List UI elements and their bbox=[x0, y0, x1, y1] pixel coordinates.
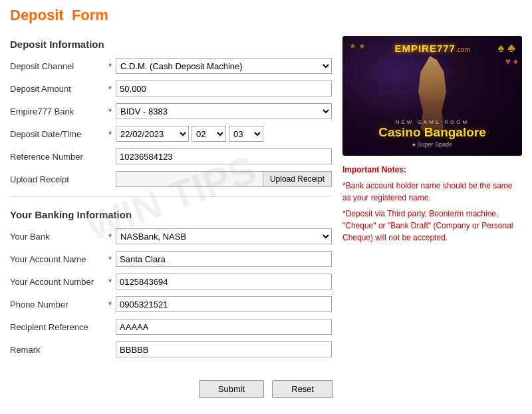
deposit-info-title: Deposit Information bbox=[10, 39, 332, 50]
deposit-amount-input[interactable] bbox=[116, 81, 332, 97]
deposit-channel-group: Deposit Channel * C.D.M. (Cash Deposit M… bbox=[10, 58, 332, 74]
casino-banner: ♠ ♣ ♥ ♦ ★ ★ EMPIRE777.com NEW GAME ROOM … bbox=[342, 36, 522, 156]
remark-input[interactable] bbox=[116, 341, 332, 357]
phone-number-label: Phone Number bbox=[10, 300, 108, 310]
required-star-bank: * bbox=[108, 106, 112, 116]
empire-bank-group: Empire777 Bank * BIDV - 8383 VCB - 1234 … bbox=[10, 103, 332, 119]
super-spade-text: ♠ Super Spade bbox=[378, 141, 486, 148]
required-star-your-bank: * bbox=[108, 232, 112, 242]
upload-receipt-button[interactable]: Upload Receipt bbox=[263, 171, 332, 187]
deposit-amount-label: Deposit Amount bbox=[10, 84, 108, 94]
account-name-label: Your Account Name bbox=[10, 254, 108, 264]
deposit-channel-select[interactable]: C.D.M. (Cash Deposit Machine) Bank Trans… bbox=[116, 58, 332, 74]
title-orange: Form bbox=[72, 7, 108, 23]
reset-button[interactable]: Reset bbox=[272, 380, 333, 398]
required-star-acname: * bbox=[108, 254, 112, 264]
phone-number-input[interactable] bbox=[116, 296, 332, 312]
upload-receipt-group: Upload Receipt * Upload Receipt bbox=[10, 171, 332, 187]
recipient-reference-input[interactable] bbox=[116, 319, 332, 335]
account-name-group: Your Account Name * bbox=[10, 251, 332, 267]
deposit-date-select[interactable]: 22/02/2023 bbox=[116, 126, 189, 142]
empire-bank-label: Empire777 Bank bbox=[10, 106, 108, 116]
empire-com: .com bbox=[456, 46, 470, 53]
title-black: Deposit bbox=[10, 7, 64, 23]
page-title: Deposit Form bbox=[10, 7, 522, 24]
required-star-datetime: * bbox=[108, 129, 112, 139]
required-star-phone: * bbox=[108, 300, 112, 310]
submit-button[interactable]: Submit bbox=[199, 380, 264, 398]
deposit-datetime-label: Deposit Date/Time bbox=[10, 129, 108, 139]
required-star-acnum: * bbox=[108, 277, 112, 287]
banking-info-title: Your Banking Information bbox=[10, 209, 332, 220]
account-number-input[interactable] bbox=[116, 274, 332, 290]
your-bank-group: Your Bank * NASBank, NASB VCB ACB BIDV bbox=[10, 228, 332, 244]
important-notes: Important Notes: *Bank account holder na… bbox=[342, 165, 522, 244]
required-star-channel: * bbox=[108, 61, 112, 71]
account-name-input[interactable] bbox=[116, 251, 332, 267]
reference-number-input[interactable] bbox=[116, 148, 332, 164]
banking-info-section: Your Banking Information Your Bank * NAS… bbox=[10, 209, 332, 357]
reference-number-group: Reference Number * bbox=[10, 148, 332, 164]
empire-logo: EMPIRE777 bbox=[394, 43, 456, 54]
your-bank-select[interactable]: NASBank, NASB VCB ACB BIDV bbox=[116, 228, 332, 244]
deposit-channel-label: Deposit Channel bbox=[10, 61, 108, 71]
required-star-amount: * bbox=[108, 84, 112, 94]
deposit-hour-select[interactable]: 02 0001030405060708091011121314151617181… bbox=[192, 126, 226, 142]
deposit-amount-group: Deposit Amount * bbox=[10, 81, 332, 97]
deposit-datetime-group: Deposit Date/Time * 22/02/2023 02 000103… bbox=[10, 126, 332, 142]
right-panel: ♠ ♣ ♥ ♦ ★ ★ EMPIRE777.com NEW GAME ROOM … bbox=[342, 36, 522, 364]
empire-bank-select[interactable]: BIDV - 8383 VCB - 1234 ACB - 5678 bbox=[116, 103, 332, 119]
recipient-reference-label: Recipient Reference bbox=[10, 322, 108, 332]
account-number-group: Your Account Number * bbox=[10, 274, 332, 290]
phone-number-group: Phone Number * bbox=[10, 296, 332, 312]
important-note-1: *Bank account holder name should be the … bbox=[342, 180, 522, 204]
form-buttons: Submit Reset bbox=[10, 380, 522, 398]
remark-group: Remark * bbox=[10, 341, 332, 357]
deposit-minute-select[interactable]: 03 0001020405060708091011121314151617181… bbox=[229, 126, 263, 142]
upload-file-input[interactable] bbox=[116, 171, 263, 187]
important-notes-title: Important Notes: bbox=[342, 165, 522, 174]
your-bank-label: Your Bank bbox=[10, 232, 108, 242]
reference-number-label: Reference Number bbox=[10, 152, 108, 162]
important-note-2: *Deposit via Third party, Boonterm machi… bbox=[342, 208, 522, 244]
upload-receipt-label: Upload Receipt bbox=[10, 174, 108, 184]
remark-label: Remark bbox=[10, 345, 108, 355]
casino-bangalore-text: Casino Bangalore bbox=[378, 125, 486, 140]
account-number-label: Your Account Number bbox=[10, 277, 108, 287]
new-game-room-text: NEW GAME ROOM bbox=[378, 119, 486, 125]
recipient-reference-group: Recipient Reference * bbox=[10, 319, 332, 335]
